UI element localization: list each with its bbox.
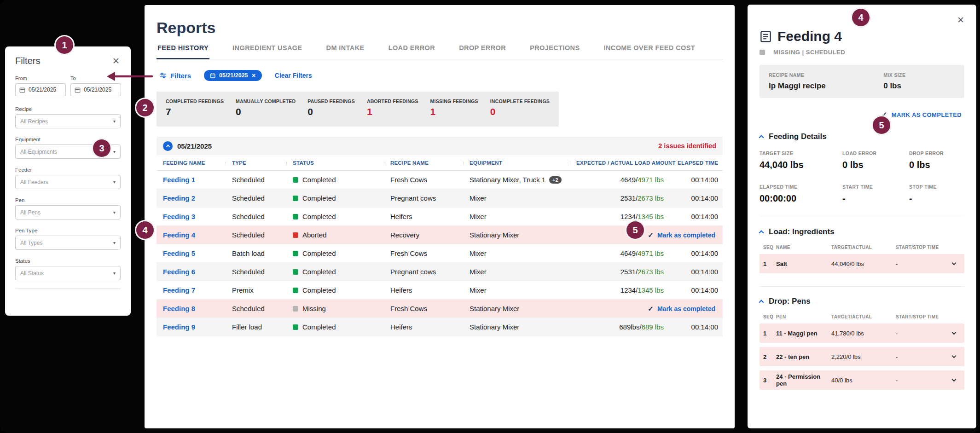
detail-stat-elapsed-time: ELAPSED TIME 00:00:00 <box>760 184 842 204</box>
from-date-value: 05/21/2025 <box>29 87 56 93</box>
date-chip-value: 05/21/2025 <box>219 72 248 79</box>
feeding-detail-panel: ✕ Feeding 4 MISSING | SCHEDULED RECIPE N… <box>748 5 976 428</box>
chevron-down-icon[interactable] <box>952 353 957 358</box>
mark-as-completed-button[interactable]: ✓ MARK AS COMPLETED <box>760 110 964 119</box>
table-row[interactable]: Feeding 9 Filler load Completed Heifers … <box>157 318 723 336</box>
chevron-down-icon[interactable] <box>952 377 957 381</box>
filters-close-icon[interactable]: ✕ <box>111 56 121 66</box>
status-square-completed <box>293 269 298 275</box>
feeding-link[interactable]: Feeding 3 <box>163 213 195 220</box>
recipe-select-value: All Recipes <box>20 118 48 125</box>
tab-dm-intake[interactable]: DM INTAKE <box>325 44 365 59</box>
date-filter-chip[interactable]: 05/21/2025 ✕ <box>204 70 262 81</box>
chevron-down-icon[interactable] <box>952 330 957 335</box>
col-expected-actual: EXPECTED / ACTUAL LOAD AMOUNT <box>570 160 671 166</box>
tab-projections[interactable]: PROJECTIONS <box>529 44 580 59</box>
stat-completed-feedings: COMPLETED FEEDINGS 7 <box>166 98 224 121</box>
ingredient-row[interactable]: 1 Salt 44,040/0 lbs - <box>760 254 964 273</box>
calendar-icon <box>75 87 81 93</box>
mark-as-completed-link[interactable]: ✓Mark as completed <box>570 231 723 239</box>
chevron-down-icon: ▾ <box>113 149 116 154</box>
annotation-badge-4-panel: 4 <box>851 7 871 28</box>
filters-button[interactable]: Filters <box>157 71 194 80</box>
annotation-arrow <box>104 69 155 84</box>
col-feeding-name: FEEDING NAME <box>157 160 226 166</box>
from-date-input[interactable]: 05/21/2025 <box>15 83 66 96</box>
table-row[interactable]: Feeding 2 Scheduled Completed Pregnant c… <box>157 189 723 208</box>
stat-paused-feedings: PAUSED FEEDINGS 0 <box>307 98 355 121</box>
stat-incomplete-feedings: INCOMPLETE FEEDINGS 0 <box>490 98 550 121</box>
drop-pens-title: Drop: Pens <box>769 297 811 306</box>
status-square-completed <box>293 324 298 330</box>
feeding-report-icon <box>760 30 772 43</box>
status-select-value: All Status <box>20 270 44 277</box>
chevron-down-icon: ▾ <box>113 119 116 124</box>
date-group-header: 05/21/2025 2 issues identified <box>157 137 723 155</box>
to-date-value: 05/21/2025 <box>84 87 111 93</box>
filters-button-label: Filters <box>170 72 191 80</box>
detail-stat-start-time: START TIME - <box>842 184 909 204</box>
recipe-name-value: lp Maggi recipe <box>769 81 883 91</box>
feeding-link[interactable]: Feeding 8 <box>163 305 195 312</box>
table-row[interactable]: Feeding 5 Batch load Completed Fresh Cow… <box>157 244 723 263</box>
feeding-link[interactable]: Feeding 9 <box>163 323 195 331</box>
pen-select[interactable]: All Pens ▾ <box>15 205 121 219</box>
chip-close-icon[interactable]: ✕ <box>252 73 256 79</box>
feeding-link[interactable]: Feeding 2 <box>163 194 195 202</box>
feeding-link[interactable]: Feeding 6 <box>163 268 195 276</box>
check-icon: ✓ <box>648 305 654 312</box>
detail-close-icon[interactable]: ✕ <box>956 15 965 25</box>
tab-drop-error[interactable]: DROP ERROR <box>458 44 507 59</box>
pen-row[interactable]: 3 24 - Permission pen 40/0 lbs - <box>760 370 964 390</box>
collapse-chevron-icon[interactable] <box>163 141 173 151</box>
mark-as-completed-link[interactable]: ✓Mark as completed <box>570 305 723 313</box>
equipment-overflow-badge[interactable]: +2 <box>549 176 562 184</box>
tab-load-error[interactable]: LOAD ERROR <box>388 44 436 59</box>
from-label: From <box>15 75 66 81</box>
annotation-badge-5-row: 5 <box>625 220 645 240</box>
table-row-feeding-8[interactable]: Feeding 8 Scheduled Missing Fresh Cows S… <box>157 300 723 318</box>
to-date-input[interactable]: 05/21/2025 <box>70 83 121 96</box>
feeding-link[interactable]: Feeding 5 <box>163 249 195 257</box>
pen-row[interactable]: 2 22 - ten pen 2,220/0 lbs - <box>760 347 964 366</box>
calendar-icon <box>19 87 25 93</box>
clear-filters-button[interactable]: Clear Filters <box>272 71 315 80</box>
chevron-down-icon: ▾ <box>113 179 116 185</box>
feeding-link[interactable]: Feeding 1 <box>163 176 195 184</box>
annotation-badge-5-panel: 5 <box>871 115 892 135</box>
status-square-aborted <box>293 232 298 238</box>
col-equipment: EQUIPMENT <box>463 160 570 166</box>
detail-stat-load-error: LOAD ERROR 0 lbs <box>842 150 909 170</box>
stat-missing-feedings: MISSING FEEDINGS 1 <box>430 98 478 121</box>
screenshot-root: Filters ✕ From 05/21/2025 To 05/21/2025 … <box>0 0 980 433</box>
collapse-chevron-icon[interactable] <box>759 230 764 235</box>
chevron-down-icon[interactable] <box>952 260 957 265</box>
status-square-completed <box>293 214 298 219</box>
status-square-missing <box>293 306 298 312</box>
table-row[interactable]: Feeding 1 Scheduled Completed Fresh Cows… <box>157 171 723 189</box>
mix-size-label: MIX SIZE <box>883 72 955 78</box>
status-square-completed <box>293 196 298 201</box>
tab-ingredient-usage[interactable]: INGREDIENT USAGE <box>232 44 303 59</box>
detail-stat-stop-time: STOP TIME - <box>909 184 964 204</box>
table-row[interactable]: Feeding 7 Premix Completed Heifers Mixer… <box>157 281 723 300</box>
pen-type-select[interactable]: All Types ▾ <box>15 236 121 250</box>
collapse-chevron-icon[interactable] <box>759 300 764 305</box>
chevron-down-icon: ▾ <box>113 271 116 276</box>
mix-size-value: 0 lbs <box>883 81 955 91</box>
feeding-link[interactable]: Feeding 7 <box>163 286 195 294</box>
tab-income-over-feed-cost[interactable]: INCOME OVER FEED COST <box>603 44 696 59</box>
status-select[interactable]: All Status ▾ <box>15 266 121 280</box>
tab-feed-history[interactable]: FEED HISTORY <box>157 44 209 59</box>
feeding-link[interactable]: Feeding 4 <box>163 231 195 239</box>
feeder-select[interactable]: All Feeders ▾ <box>15 175 121 189</box>
pen-row[interactable]: 1 11 - Maggi pen 41,780/0 lbs - <box>760 323 964 343</box>
table-row[interactable]: Feeding 6 Scheduled Completed Pregnant c… <box>157 263 723 281</box>
recipe-select[interactable]: All Recipes ▾ <box>15 114 121 128</box>
filters-panel-title: Filters <box>15 56 40 66</box>
annotation-badge-2: 2 <box>135 98 155 118</box>
collapse-chevron-icon[interactable] <box>759 135 764 140</box>
detail-title: Feeding 4 <box>777 29 842 44</box>
load-list-header: SEQ NAME TARGET/ACTUAL START/STOP TIME <box>760 245 964 250</box>
issues-identified-label: 2 issues identified <box>658 142 716 150</box>
